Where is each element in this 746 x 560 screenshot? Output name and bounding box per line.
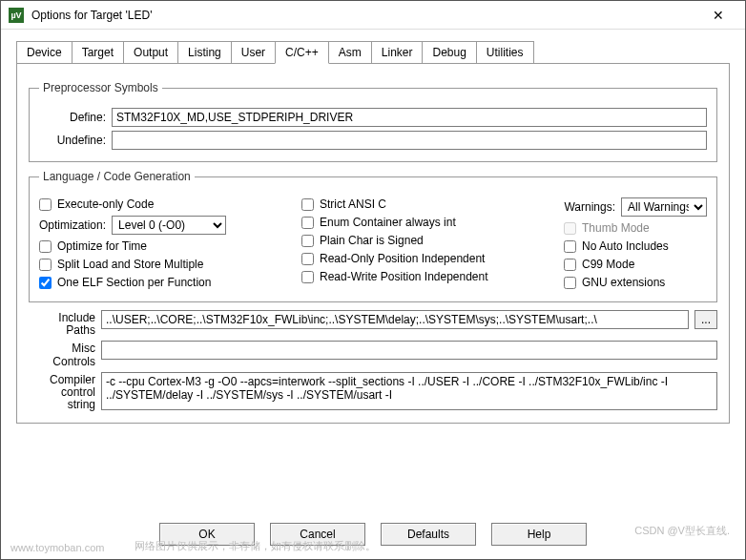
tab-device[interactable]: Device <box>16 41 73 63</box>
include-paths-browse-button[interactable]: ... <box>694 310 717 329</box>
tab-c-c-[interactable]: C/C++ <box>275 41 329 64</box>
tab-panel: Preprocessor Symbols Define: Undefine: L… <box>16 63 730 424</box>
tab-output[interactable]: Output <box>123 41 178 63</box>
rw-pi-label: Read-Write Position Independent <box>320 270 488 283</box>
plain-char-label: Plain Char is Signed <box>320 234 424 247</box>
c99-checkbox[interactable] <box>564 259 576 271</box>
strict-ansi-label: Strict ANSI C <box>320 197 386 211</box>
compiler-string-output: -c --cpu Cortex-M3 -g -O0 --apcs=interwo… <box>101 372 717 410</box>
preprocessor-legend: Preprocessor Symbols <box>39 81 162 94</box>
close-button[interactable]: ✕ <box>699 2 737 29</box>
ro-pi-label: Read-Only Position Independent <box>320 252 485 265</box>
watermark-1: www.toymoban.com <box>10 542 104 553</box>
split-load-checkbox[interactable] <box>39 259 52 271</box>
app-icon: µV <box>9 8 24 23</box>
watermark-2: 网络图片仅供展示，非存储，如有侵权请联系删除。 <box>135 539 376 553</box>
execute-only-label: Execute-only Code <box>57 197 154 211</box>
define-label: Define: <box>39 111 106 124</box>
misc-controls-input[interactable] <box>101 341 717 360</box>
codegen-legend: Language / Code Generation <box>39 170 195 183</box>
codegen-group: Language / Code Generation Execute-only … <box>29 170 717 302</box>
define-input[interactable] <box>112 108 707 127</box>
optimize-time-label: Optimize for Time <box>57 239 147 253</box>
ro-pi-checkbox[interactable] <box>301 253 314 265</box>
tab-linker[interactable]: Linker <box>371 41 424 63</box>
tab-listing[interactable]: Listing <box>177 41 232 63</box>
one-elf-label: One ELF Section per Function <box>57 276 211 289</box>
warnings-select[interactable]: All Warnings <box>621 197 707 217</box>
rw-pi-checkbox[interactable] <box>301 271 314 283</box>
plain-char-checkbox[interactable] <box>301 235 314 247</box>
gnu-label: GNU extensions <box>582 276 665 289</box>
help-button[interactable]: Help <box>491 523 587 546</box>
compiler-string-label: Compiler control string <box>29 372 95 412</box>
undefine-label: Undefine: <box>39 134 106 147</box>
watermark-3: CSDN @V型长直线. <box>632 522 732 540</box>
one-elf-checkbox[interactable] <box>39 277 52 289</box>
warnings-label: Warnings: <box>564 200 615 214</box>
execute-only-checkbox[interactable] <box>39 198 52 211</box>
misc-controls-label: Misc Controls <box>29 341 95 367</box>
thumb-checkbox <box>564 222 576 235</box>
tab-debug[interactable]: Debug <box>422 41 476 63</box>
titlebar: µV Options for Target 'LED' ✕ <box>1 1 745 30</box>
strict-ansi-checkbox[interactable] <box>301 198 314 211</box>
undefine-input[interactable] <box>112 131 707 150</box>
tab-strip: DeviceTargetOutputListingUserC/C++AsmLin… <box>1 30 745 63</box>
gnu-checkbox[interactable] <box>564 277 576 289</box>
enum-container-label: Enum Container always int <box>320 216 456 229</box>
include-paths-input[interactable] <box>101 310 689 329</box>
tab-utilities[interactable]: Utilities <box>476 41 534 63</box>
dialog-window: µV Options for Target 'LED' ✕ DeviceTarg… <box>0 0 746 560</box>
window-title: Options for Target 'LED' <box>31 9 699 22</box>
no-auto-checkbox[interactable] <box>564 240 576 253</box>
optimization-label: Optimization: <box>39 218 106 232</box>
no-auto-label: No Auto Includes <box>582 239 669 253</box>
include-paths-label: Include Paths <box>29 310 95 337</box>
c99-label: C99 Mode <box>582 258 634 271</box>
split-load-label: Split Load and Store Multiple <box>57 258 203 271</box>
optimization-select[interactable]: Level 0 (-O0) <box>112 216 226 235</box>
optimize-time-checkbox[interactable] <box>39 240 52 253</box>
defaults-button[interactable]: Defaults <box>381 523 476 546</box>
tab-user[interactable]: User <box>231 41 276 63</box>
preprocessor-group: Preprocessor Symbols Define: Undefine: <box>29 81 717 162</box>
thumb-label: Thumb Mode <box>582 221 650 235</box>
tab-asm[interactable]: Asm <box>328 41 372 63</box>
enum-container-checkbox[interactable] <box>301 217 314 229</box>
tab-target[interactable]: Target <box>72 41 124 63</box>
